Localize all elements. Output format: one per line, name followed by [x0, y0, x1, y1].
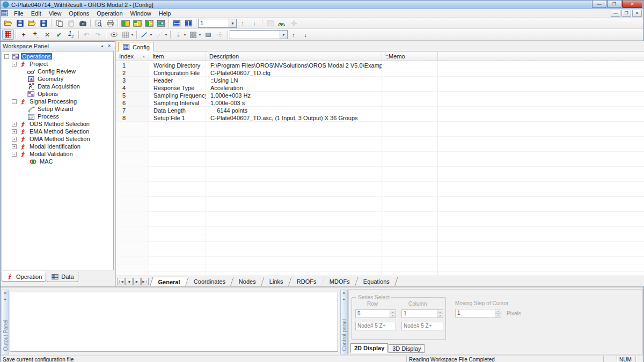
save-workspace-button[interactable] — [38, 18, 49, 28]
cell-description[interactable]: 6144 points — [206, 107, 382, 114]
table-row[interactable]: 1 Working Directory F:\Program Files\ORO… — [116, 62, 644, 69]
cell-memo[interactable] — [382, 107, 438, 114]
next-page-button[interactable]: ▶ — [133, 278, 141, 285]
table-row[interactable]: 4 Response Type Acceleration — [116, 84, 644, 92]
cell-description[interactable]: F:\Program Files\OROS\NVSolutions\OROS M… — [206, 62, 382, 69]
cell-description[interactable]: C-Plate040607_TD.cfg — [206, 69, 382, 77]
tree-expander[interactable]: - — [12, 99, 17, 104]
numbering-button[interactable]: 12 — [65, 29, 77, 40]
spinner-buttons[interactable]: ▲▼ — [390, 310, 396, 317]
expand-icon[interactable]: ▸ — [3, 296, 9, 302]
copy-button[interactable] — [53, 18, 65, 28]
column-header-item[interactable]: Item — [149, 52, 206, 61]
layout-overlap-button[interactable] — [155, 18, 167, 28]
cell-memo[interactable] — [382, 84, 438, 92]
cell-index[interactable]: 5 — [116, 92, 149, 99]
cell-memo[interactable] — [382, 114, 438, 122]
next-window-button[interactable]: ↓ — [248, 18, 260, 28]
cell-item[interactable]: Header — [149, 77, 206, 84]
close-icon[interactable]: ✕ — [341, 290, 347, 296]
prev-page-button[interactable]: ◀ — [125, 278, 133, 285]
chevron-down-icon[interactable]: ▼ — [149, 33, 153, 36]
tab-operation[interactable]: Operation — [2, 271, 46, 282]
line-style-button[interactable] — [138, 29, 150, 40]
chevron-down-icon[interactable]: ▼ — [130, 33, 135, 36]
close-icon[interactable]: ✕ — [3, 290, 9, 296]
open-workspace-button[interactable] — [26, 18, 38, 28]
spin-down-icon[interactable]: ▼ — [437, 314, 443, 318]
column-header-memo[interactable]: ::Memo — [382, 52, 438, 61]
cell-description[interactable]: 1.000e-003 s — [206, 99, 382, 107]
spin-up-icon[interactable]: ▲ — [437, 310, 443, 314]
split-vertical-button[interactable] — [182, 18, 194, 28]
cell-memo[interactable] — [382, 92, 438, 99]
chevron-down-icon[interactable]: ▼ — [229, 19, 236, 27]
expand-icon[interactable]: ▸ — [341, 296, 347, 302]
tree-expander[interactable]: + — [12, 129, 17, 134]
cell-description[interactable]: ::Using LN — [206, 77, 382, 84]
column-header-description[interactable]: Description — [206, 52, 382, 61]
tab-equations[interactable]: Equations — [356, 277, 398, 286]
tree-item-geometry[interactable]: Geometry — [36, 76, 64, 82]
tree-item-ema-method[interactable]: EMA Method Selection — [28, 128, 90, 135]
menu-help[interactable]: Help — [155, 10, 175, 17]
add-line-button[interactable]: +. — [30, 29, 41, 40]
spin-up-icon[interactable]: ▲ — [495, 309, 501, 314]
tree-item-modal-validation[interactable]: Modal Validation — [28, 151, 74, 157]
spin-down-icon[interactable]: ▼ — [390, 314, 396, 318]
tree-expander[interactable]: - — [12, 62, 17, 67]
tree-expander[interactable]: - — [12, 152, 17, 157]
tab-2d-display[interactable]: 2D Display — [350, 343, 388, 353]
axis-cross-button[interactable] — [214, 29, 226, 40]
tab-links[interactable]: Links — [261, 277, 291, 286]
cell-memo[interactable] — [382, 99, 438, 107]
tree-expander[interactable]: + — [12, 122, 17, 127]
selection-combo[interactable]: ▼ — [230, 30, 288, 39]
split-horizontal-button[interactable] — [171, 18, 182, 28]
table-row[interactable]: 8 Setup File 1 C-Plate040607_TD.asc, (1 … — [116, 114, 644, 122]
tab-rdofs[interactable]: RDOFs — [289, 277, 325, 286]
minimize-button[interactable]: — — [592, 1, 606, 8]
tree-expander[interactable]: + — [12, 144, 17, 149]
move-down-button[interactable]: ↓ — [299, 29, 311, 40]
camera-button[interactable] — [77, 18, 89, 28]
cell-item[interactable]: Data Length — [149, 107, 206, 114]
mdi-close-button[interactable]: ✕ — [632, 10, 642, 17]
cell-item[interactable]: Sampling Interval — [149, 99, 206, 107]
cell-index[interactable]: 8 — [116, 114, 149, 122]
menu-options[interactable]: Options — [65, 10, 93, 17]
tree-item-setup-wizard[interactable]: Setup Wizard — [36, 106, 74, 112]
tree-item-data-acquisition[interactable]: Data Acquisition — [36, 83, 81, 90]
mdi-minimize-button[interactable]: — — [611, 10, 620, 17]
fill-square-button[interactable] — [202, 29, 214, 40]
cell-item[interactable]: Sampling Frequency — [149, 92, 206, 99]
layout-1-button[interactable] — [120, 18, 131, 28]
table-row[interactable]: 2 Configuration File C-Plate040607_TD.cf… — [116, 69, 644, 77]
tree-expander[interactable]: + — [12, 137, 17, 142]
tree-item-ods-method[interactable]: ODS Method Selection — [28, 121, 91, 127]
restore-button[interactable]: ❐ — [607, 1, 621, 8]
tab-data[interactable]: Data — [47, 272, 78, 282]
table-row[interactable]: 6 Sampling Interval 1.000e-003 s — [116, 99, 644, 107]
cell-index[interactable]: 6 — [116, 99, 149, 107]
paste-button[interactable] — [65, 18, 77, 28]
close-icon[interactable]: ✕ — [106, 43, 113, 49]
process-settings-button[interactable] — [264, 18, 276, 28]
table-row[interactable]: 5 Sampling Frequency 1.000e+003 Hz — [116, 92, 644, 99]
spinner-buttons[interactable]: ▲▼ — [437, 310, 443, 317]
grid-button[interactable] — [120, 29, 131, 40]
move-up-button[interactable]: ↑ — [288, 29, 299, 40]
tree-item-oma-method[interactable]: OMA Method Selection — [28, 136, 91, 142]
row-spinner[interactable]: 5 ▲▼ — [355, 309, 396, 318]
cell-index[interactable]: 1 — [116, 62, 149, 69]
tab-mdofs[interactable]: MDOFs — [322, 277, 358, 286]
cell-item[interactable]: Working Directory — [149, 62, 206, 69]
tree-item-options[interactable]: Options — [36, 91, 59, 97]
cell-memo[interactable] — [382, 77, 438, 84]
tree-expander[interactable]: - — [4, 54, 9, 59]
tab-3d-display[interactable]: 3D Display — [389, 344, 425, 353]
cell-index[interactable]: 4 — [116, 84, 149, 92]
redo-button[interactable]: ↷ — [92, 29, 104, 40]
cell-description[interactable]: Acceleration — [206, 84, 382, 92]
cell-index[interactable]: 2 — [116, 69, 149, 77]
